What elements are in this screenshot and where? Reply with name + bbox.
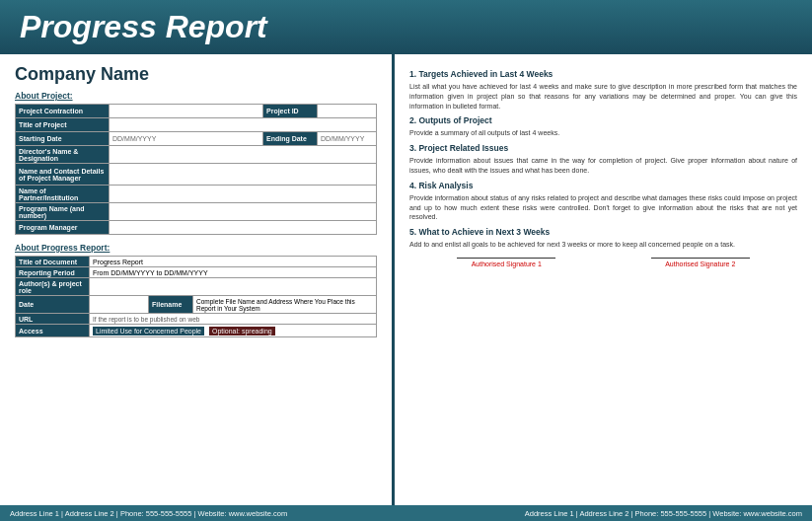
signature-block-2: Authorised Signature 2 (651, 258, 750, 267)
sig2-label: Authorised Signature 2 (651, 260, 750, 267)
table-row: Project Contraction Project ID (16, 105, 377, 118)
table-cell-value (90, 296, 149, 314)
section-2-title: Outputs of Project (418, 115, 491, 125)
table-cell-value: If the report is to be published on web (90, 314, 377, 325)
about-report-label: About Progress Report: (15, 243, 377, 253)
section-1-heading: 1. Targets Achieved in Last 4 Weeks (409, 69, 797, 79)
table-cell-label: Title of Document (16, 257, 90, 267)
signature-area: Authorised Signature 1 Authorised Signat… (409, 258, 797, 267)
section-2-text: Provide a summary of all outputs of last… (409, 128, 797, 138)
section-3-text: Provide information about issues that ca… (409, 156, 797, 176)
table-cell-label: Starting Date (16, 132, 110, 146)
page-title: Progress Report (20, 9, 267, 45)
table-cell-value (110, 146, 377, 164)
table-cell-label: Project Contraction (16, 105, 110, 118)
table-cell-label: Director's Name & Designation (16, 146, 110, 164)
table-cell-value: DD/MM/YYYY (110, 132, 263, 146)
section-5-title: What to Achieve in Next 3 Weeks (418, 227, 550, 237)
table-cell-label: Author(s) & project role (16, 278, 90, 296)
table-cell-label: Project ID (263, 105, 318, 118)
table-cell-label: Program Manager (16, 221, 110, 235)
table-row: URL If the report is to be published on … (16, 314, 377, 325)
table-cell-label: Program Name (and number) (16, 203, 110, 221)
report-table: Title of Document Progress Report Report… (15, 256, 377, 337)
table-row: Name of Partner/Institution (16, 186, 377, 203)
table-cell-label: Reporting Period (16, 267, 90, 278)
table-cell-label: Access (16, 325, 90, 337)
access-limited-badge: Limited Use for Concerned People (93, 327, 204, 335)
table-row: Reporting Period From DD/MM/YYYY to DD/M… (16, 267, 377, 278)
table-row: Date Filename Complete File Name and Add… (16, 296, 377, 314)
table-row: Author(s) & project role (16, 278, 377, 296)
main-content: Company Name About Project: Project Cont… (0, 54, 812, 505)
table-row: Title of Document Progress Report (16, 257, 377, 267)
left-panel: Company Name About Project: Project Cont… (0, 54, 395, 505)
section-5-text: Add to and enlist all goals to be achiev… (409, 240, 797, 250)
access-optional-badge: Optional: spreading (209, 327, 275, 335)
table-row: Name and Contact Details of Project Mana… (16, 164, 377, 186)
table-cell-label: Filename (149, 296, 193, 314)
table-cell-value (318, 105, 377, 118)
table-row: Program Name (and number) (16, 203, 377, 221)
sig1-label: Authorised Signature 1 (457, 260, 555, 267)
table-cell-value: From DD/MM/YYYY to DD/MM/YYYY (90, 267, 377, 278)
page-wrapper: Progress Report Company Name About Proje… (0, 0, 812, 521)
project-table: Project Contraction Project ID Title of … (15, 104, 377, 235)
table-row: Title of Project (16, 118, 377, 132)
table-cell-value (110, 203, 377, 221)
section-4-text: Provide information about status of any … (409, 193, 797, 222)
table-row: Access Limited Use for Concerned People … (16, 325, 377, 337)
section-5-heading: 5. What to Achieve in Next 3 Weeks (409, 227, 797, 237)
footer: Address Line 1 | Address Line 2 | Phone:… (0, 505, 812, 521)
section-3-title: Project Related Issues (418, 143, 508, 153)
table-cell-label: Title of Project (16, 118, 110, 132)
signature-block-1: Authorised Signature 1 (457, 258, 555, 267)
right-panel: 1. Targets Achieved in Last 4 Weeks List… (395, 54, 812, 505)
table-cell-value: DD/MM/YYYY (318, 132, 377, 146)
section-4-title: Risk Analysis (418, 181, 473, 190)
about-project-label: About Project: (15, 91, 377, 101)
table-cell-value (90, 278, 377, 296)
table-cell-label: URL (16, 314, 90, 325)
footer-left-text: Address Line 1 | Address Line 2 | Phone:… (10, 509, 287, 518)
table-cell-value (110, 105, 263, 118)
company-name: Company Name (15, 64, 377, 85)
signature-line-1 (457, 258, 555, 259)
header: Progress Report (0, 0, 812, 54)
signature-line-2 (651, 258, 750, 259)
section-2-heading: 2. Outputs of Project (409, 115, 797, 125)
section-3-heading: 3. Project Related Issues (409, 143, 797, 153)
table-cell-value: Complete File Name and Address Where You… (193, 296, 377, 314)
section-1-text: List all what you have achieved for last… (409, 82, 797, 111)
table-cell-value: Progress Report (90, 257, 377, 267)
table-cell-label: Name of Partner/Institution (16, 186, 110, 203)
table-cell-value: Limited Use for Concerned People Optiona… (90, 325, 377, 337)
table-cell-label: Name and Contact Details of Project Mana… (16, 164, 110, 186)
table-row: Program Manager (16, 221, 377, 235)
table-row: Starting Date DD/MM/YYYY Ending Date DD/… (16, 132, 377, 146)
section-1-title: Targets Achieved in Last 4 Weeks (418, 69, 553, 79)
table-cell-value (110, 186, 377, 203)
table-cell-value (110, 118, 377, 132)
footer-right-text: Address Line 1 | Address Line 2 | Phone:… (525, 509, 802, 518)
table-cell-label: Ending Date (263, 132, 318, 146)
table-cell-value (110, 164, 377, 186)
table-cell-value (110, 221, 377, 235)
table-row: Director's Name & Designation (16, 146, 377, 164)
table-cell-label: Date (16, 296, 90, 314)
section-4-heading: 4. Risk Analysis (409, 181, 797, 190)
